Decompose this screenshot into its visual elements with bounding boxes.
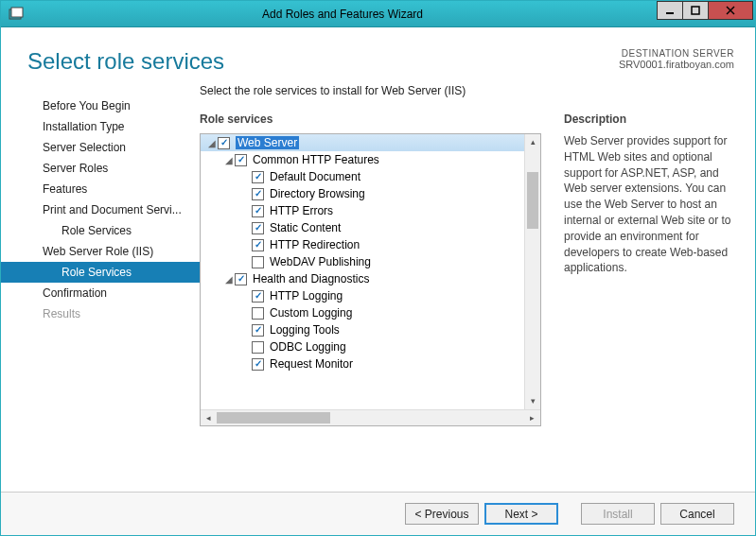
tree-label: WebDAV Publishing (270, 255, 371, 268)
checkbox[interactable] (252, 324, 264, 337)
tree-row[interactable]: Custom Logging (201, 304, 524, 321)
tree-row[interactable]: HTTP Redirection (201, 236, 524, 253)
center-panel: Select the role services to install for … (200, 84, 734, 492)
checkbox[interactable] (252, 256, 264, 268)
vertical-scrollbar[interactable]: ▴ ▾ (524, 134, 540, 409)
tree-row[interactable]: ◢Common HTTP Features (201, 151, 524, 168)
expander-icon[interactable]: ◢ (206, 138, 218, 148)
destination-info: DESTINATION SERVER SRV0001.firatboyan.co… (619, 48, 734, 70)
tree-scroll: ◢Web Server◢Common HTTP FeaturesDefault … (201, 134, 540, 409)
maximize-button[interactable] (682, 1, 709, 20)
horizontal-scroll-thumb[interactable] (217, 412, 330, 424)
previous-button[interactable]: < Previous (405, 503, 479, 525)
description-text: Web Server provides support for HTML Web… (564, 133, 734, 276)
nav-item[interactable]: Role Services (1, 220, 200, 241)
checkbox[interactable] (252, 358, 264, 371)
tree-label: Static Content (270, 221, 341, 234)
tree-heading: Role services (200, 112, 541, 126)
tree-label: HTTP Redirection (270, 238, 360, 251)
tree-container: ◢Web Server◢Common HTTP FeaturesDefault … (200, 133, 541, 426)
tree-row[interactable]: WebDAV Publishing (201, 253, 524, 270)
main: Before You BeginInstallation TypeServer … (1, 84, 755, 492)
checkbox[interactable] (252, 290, 264, 303)
tree-row[interactable]: Directory Browsing (201, 185, 524, 202)
checkbox[interactable] (218, 137, 230, 149)
content: Select role services DESTINATION SERVER … (1, 27, 755, 535)
tree-row[interactable]: Default Document (201, 168, 524, 185)
checkbox[interactable] (252, 188, 264, 200)
tree-label: Default Document (270, 170, 360, 183)
tree-label: Request Monitor (270, 357, 353, 371)
scroll-left-icon[interactable]: ◂ (201, 413, 217, 423)
scroll-right-icon[interactable]: ▸ (524, 413, 540, 423)
app-icon (5, 3, 27, 26)
tree-row[interactable]: Static Content (201, 219, 524, 236)
tree-label: Common HTTP Features (253, 153, 379, 166)
svg-rect-1 (11, 8, 23, 17)
tree-label: HTTP Errors (270, 204, 333, 217)
install-button[interactable]: Install (581, 503, 655, 525)
checkbox[interactable] (252, 239, 264, 251)
nav-item[interactable]: Installation Type (1, 116, 200, 137)
expander-icon[interactable]: ◢ (223, 274, 235, 285)
intro-text: Select the role services to install for … (200, 84, 734, 97)
tree-label: Logging Tools (270, 323, 340, 337)
tree-label: HTTP Logging (270, 289, 343, 303)
horizontal-scrollbar[interactable]: ◂ ▸ (201, 409, 540, 425)
nav-item[interactable]: Role Services (1, 262, 200, 283)
tree-row[interactable]: ◢Web Server (201, 134, 524, 151)
nav-item: Results (1, 303, 200, 324)
cancel-button[interactable]: Cancel (660, 503, 734, 525)
nav-item[interactable]: Print and Document Servi... (1, 199, 200, 220)
checkbox[interactable] (252, 205, 264, 217)
columns: Role services ◢Web Server◢Common HTTP Fe… (200, 112, 734, 426)
tree-label: Directory Browsing (270, 187, 365, 200)
checkbox[interactable] (252, 307, 264, 320)
tree-label: Health and Diagnostics (253, 272, 369, 285)
checkbox[interactable] (252, 341, 264, 354)
nav-item[interactable]: Server Roles (1, 158, 200, 179)
window-title: Add Roles and Features Wizard (27, 8, 658, 21)
tree-label: Web Server (236, 136, 299, 149)
checkbox[interactable] (252, 171, 264, 183)
svg-rect-3 (692, 7, 699, 14)
tree-row[interactable]: HTTP Logging (201, 287, 524, 304)
nav-item[interactable]: Before You Begin (1, 95, 200, 116)
header: Select role services DESTINATION SERVER … (1, 27, 755, 84)
description-column: Description Web Server provides support … (564, 112, 734, 426)
nav-item[interactable]: Web Server Role (IIS) (1, 241, 200, 262)
page-title: Select role services (27, 48, 619, 75)
horizontal-scroll-track[interactable] (217, 410, 524, 425)
next-button[interactable]: Next > (484, 503, 558, 525)
titlebar: Add Roles and Features Wizard (1, 1, 755, 27)
scroll-up-icon[interactable]: ▴ (525, 134, 540, 150)
footer: < Previous Next > Install Cancel (1, 492, 755, 535)
nav-item[interactable]: Confirmation (1, 283, 200, 303)
tree-row[interactable]: Request Monitor (201, 355, 524, 372)
tree-column: Role services ◢Web Server◢Common HTTP Fe… (200, 112, 541, 426)
destination-label: DESTINATION SERVER (619, 48, 734, 59)
checkbox[interactable] (235, 273, 247, 285)
wizard-window: Add Roles and Features Wizard Select rol… (0, 0, 756, 536)
close-button[interactable] (708, 1, 753, 20)
tree-row[interactable]: ◢Health and Diagnostics (201, 270, 524, 287)
nav-item[interactable]: Features (1, 179, 200, 199)
nav-sidebar: Before You BeginInstallation TypeServer … (1, 84, 200, 492)
expander-icon[interactable]: ◢ (223, 155, 235, 165)
checkbox[interactable] (235, 154, 247, 166)
tree-row[interactable]: ODBC Logging (201, 338, 524, 355)
tree-label: Custom Logging (270, 306, 352, 320)
tree-row[interactable]: HTTP Errors (201, 202, 524, 219)
vertical-scroll-thumb[interactable] (527, 172, 538, 229)
tree-label: ODBC Logging (270, 340, 346, 354)
window-buttons (658, 1, 753, 22)
nav-item[interactable]: Server Selection (1, 137, 200, 158)
scroll-down-icon[interactable]: ▾ (525, 393, 540, 409)
tree-row[interactable]: Logging Tools (201, 321, 524, 338)
checkbox[interactable] (252, 222, 264, 234)
minimize-button[interactable] (657, 1, 683, 20)
destination-server: SRV0001.firatboyan.com (619, 59, 734, 70)
description-heading: Description (564, 112, 734, 126)
role-services-tree[interactable]: ◢Web Server◢Common HTTP FeaturesDefault … (201, 134, 524, 409)
